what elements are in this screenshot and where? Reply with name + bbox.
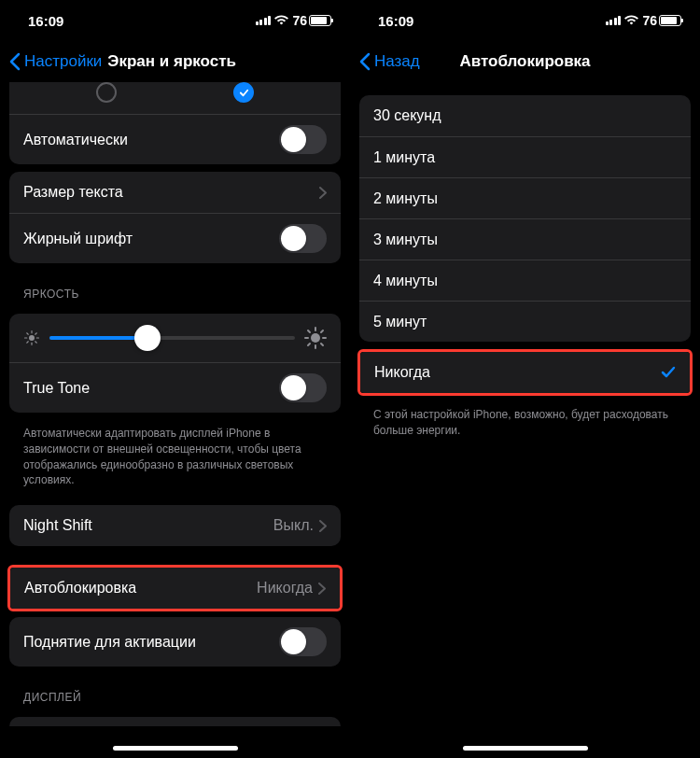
check-icon xyxy=(661,365,676,380)
raise-group: Поднятие для активации xyxy=(9,617,341,667)
back-button[interactable]: Назад xyxy=(359,52,420,71)
raise-to-wake-toggle[interactable] xyxy=(279,627,327,656)
option-never[interactable]: Никогда xyxy=(360,352,690,393)
svg-line-14 xyxy=(308,330,310,332)
option-label: Никогда xyxy=(374,364,661,381)
svg-line-7 xyxy=(27,342,29,344)
text-group: Размер текста Жирный шрифт xyxy=(9,172,341,263)
option-label: 3 минуты xyxy=(373,232,677,248)
row-label: Автоблокировка xyxy=(24,580,257,597)
status-bar: 16:09 76 xyxy=(350,0,700,41)
appearance-light-radio[interactable] xyxy=(96,82,117,103)
phone-right: 16:09 76 Назад Автоблокировка 30 секунд … xyxy=(350,0,700,758)
row-value: Никогда xyxy=(257,580,313,597)
sun-small-icon xyxy=(23,330,40,346)
brightness-header: ЯРКОСТЬ xyxy=(0,271,350,306)
svg-line-16 xyxy=(308,344,310,345)
row-label: True Tone xyxy=(23,380,279,397)
home-indicator[interactable] xyxy=(463,746,588,751)
svg-line-8 xyxy=(35,333,37,335)
true-tone-footnote: Автоматически адаптировать дисплей iPhon… xyxy=(0,420,350,492)
option-1min[interactable]: 1 минута xyxy=(359,136,691,177)
auto-appearance-toggle[interactable] xyxy=(279,125,327,154)
chevron-right-icon xyxy=(319,187,327,199)
battery-icon xyxy=(659,15,681,26)
raise-to-wake-row: Поднятие для активации xyxy=(9,617,341,667)
brightness-group: True Tone xyxy=(9,314,341,413)
option-label: 5 минут xyxy=(373,314,677,330)
text-size-row[interactable]: Размер текста xyxy=(9,172,341,213)
row-label: Жирный шрифт xyxy=(23,231,279,247)
nav-bar: Назад Автоблокировка xyxy=(350,41,700,82)
signal-icon xyxy=(606,16,622,25)
highlight-autolock: Автоблокировка Никогда xyxy=(7,565,343,611)
brightness-slider-row xyxy=(9,314,341,362)
home-indicator[interactable] xyxy=(113,746,238,751)
never-group: Никогда xyxy=(360,352,690,393)
sun-large-icon xyxy=(304,327,327,349)
row-label: Размер текста xyxy=(23,184,319,201)
option-2min[interactable]: 2 минуты xyxy=(359,177,691,218)
autolock-content[interactable]: 30 секунд 1 минута 2 минуты 3 минуты 4 м… xyxy=(350,82,700,726)
bold-text-row: Жирный шрифт xyxy=(9,213,341,263)
back-label: Назад xyxy=(374,52,420,71)
option-label: 1 минута xyxy=(373,149,677,166)
settings-content[interactable]: Автоматически Размер текста Жирный шрифт… xyxy=(0,82,350,726)
wifi-icon xyxy=(624,15,638,26)
option-3min[interactable]: 3 минуты xyxy=(359,218,691,260)
chevron-left-icon xyxy=(9,52,21,71)
appearance-group: Автоматически xyxy=(9,82,341,164)
status-right: 76 xyxy=(256,13,331,28)
zoom-row[interactable]: Масштаб По умолчанию xyxy=(9,717,341,726)
signal-icon xyxy=(256,16,272,25)
status-bar: 16:09 76 xyxy=(0,0,350,41)
check-icon xyxy=(239,88,249,98)
option-4min[interactable]: 4 минуты xyxy=(359,260,691,301)
night-shift-row[interactable]: Night Shift Выкл. xyxy=(9,505,341,546)
appearance-dark-radio[interactable] xyxy=(233,82,254,103)
svg-point-0 xyxy=(29,335,35,341)
back-button[interactable]: Настройки xyxy=(9,52,102,71)
wifi-icon xyxy=(274,15,288,26)
phone-left: 16:09 76 Настройки Экран и яркость xyxy=(0,0,350,758)
true-tone-row: True Tone xyxy=(9,362,341,413)
autolock-group: Автоблокировка Никогда xyxy=(10,568,340,609)
brightness-slider[interactable] xyxy=(49,336,295,340)
zoom-group: Масштаб По умолчанию xyxy=(9,717,341,726)
never-footnote: С этой настройкой iPhone, возможно, буде… xyxy=(350,401,700,442)
bold-text-toggle[interactable] xyxy=(279,224,327,253)
chevron-left-icon xyxy=(359,52,371,71)
option-label: 4 минуты xyxy=(373,273,677,289)
svg-line-17 xyxy=(321,330,323,332)
appearance-radios xyxy=(9,82,341,114)
highlight-never: Никогда xyxy=(357,349,693,396)
option-label: 2 минуты xyxy=(373,190,677,207)
row-label: Поднятие для активации xyxy=(23,634,279,651)
svg-point-9 xyxy=(311,333,320,343)
slider-thumb[interactable] xyxy=(134,325,161,351)
autolock-options-group: 30 секунд 1 минута 2 минуты 3 минуты 4 м… xyxy=(359,95,691,342)
chevron-right-icon xyxy=(319,520,327,532)
option-5min[interactable]: 5 минут xyxy=(359,301,691,342)
svg-line-15 xyxy=(321,344,323,345)
nightshift-group: Night Shift Выкл. xyxy=(9,505,341,546)
status-time: 16:09 xyxy=(378,13,413,29)
option-label: 30 секунд xyxy=(373,107,677,124)
battery-icon xyxy=(309,15,331,26)
auto-appearance-row: Автоматически xyxy=(9,114,341,164)
chevron-right-icon xyxy=(318,583,326,595)
battery-indicator: 76 xyxy=(642,13,681,28)
row-label: Night Shift xyxy=(23,517,273,534)
status-time: 16:09 xyxy=(28,13,63,29)
display-header: ДИСПЛЕЙ xyxy=(0,674,350,709)
svg-line-6 xyxy=(35,342,37,344)
true-tone-toggle[interactable] xyxy=(279,373,327,402)
back-label: Настройки xyxy=(24,52,102,71)
page-title: Экран и яркость xyxy=(107,52,236,71)
battery-indicator: 76 xyxy=(292,13,331,28)
autolock-row[interactable]: Автоблокировка Никогда xyxy=(10,568,340,609)
nav-bar: Настройки Экран и яркость xyxy=(0,41,350,82)
option-30s[interactable]: 30 секунд xyxy=(359,95,691,136)
status-right: 76 xyxy=(606,13,681,28)
row-value: Выкл. xyxy=(273,517,314,534)
